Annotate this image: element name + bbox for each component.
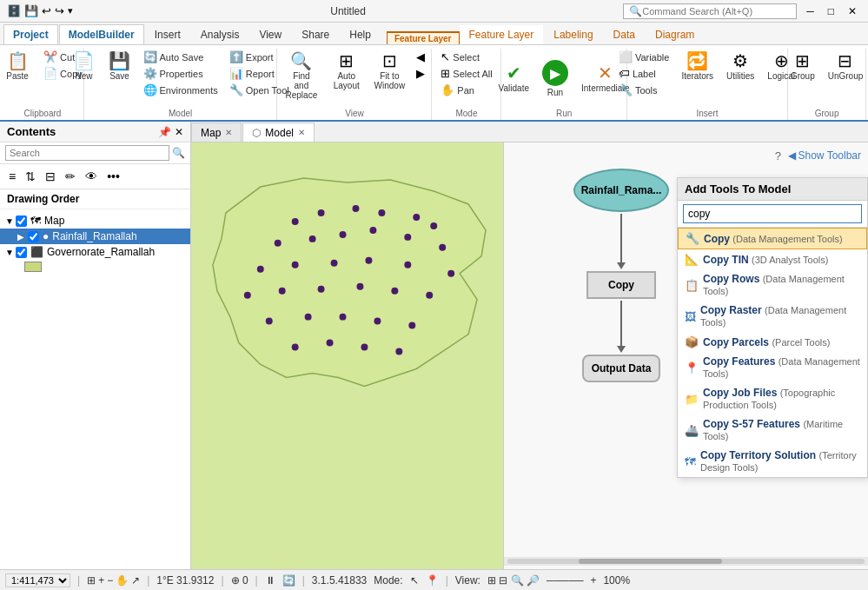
contents-search-input[interactable] <box>5 145 169 161</box>
command-search-box[interactable]: 🔍 <box>623 3 797 19</box>
fit-to-window-button[interactable]: ⊡ Fit to Window <box>369 49 409 94</box>
tab-help[interactable]: Help <box>340 24 381 44</box>
select-all-button[interactable]: ⊞ Select All <box>436 65 496 82</box>
tab-share[interactable]: Share <box>292 24 339 44</box>
minimize-btn[interactable]: ─ <box>802 3 818 19</box>
tool-result-item-2[interactable]: 📋 Copy Rows (Data Management Tools) <box>678 269 867 301</box>
tab-analysis[interactable]: Analysis <box>191 24 249 44</box>
pan-button[interactable]: ✋ Pan <box>436 82 496 98</box>
find-replace-icon: 🔍 <box>290 52 312 70</box>
environments-button[interactable]: 🌐 Environments <box>139 82 222 98</box>
rainfall-checkbox[interactable] <box>28 231 39 242</box>
map-checkbox[interactable] <box>16 215 27 227</box>
tool-result-item-8[interactable]: 🗺 Copy Territory Solution (Territory Des… <box>678 446 867 477</box>
tool-icon-3: 🖼 <box>685 310 696 323</box>
help-button[interactable]: ? <box>775 149 781 162</box>
tab-model-view[interactable]: ⬡ Model ✕ <box>242 123 315 142</box>
output-data-node[interactable]: Output Data <box>582 355 660 382</box>
tool-result-item-1[interactable]: 📐 Copy TIN (3D Analyst Tools) <box>678 249 867 269</box>
auto-save-button[interactable]: 🔄 Auto Save <box>139 49 222 65</box>
tool-result-item-5[interactable]: 📍 Copy Features (Data Management Tools) <box>678 352 867 383</box>
scale-selector[interactable]: 1:411,473 <box>5 573 70 587</box>
add-tools-search-input[interactable] <box>683 204 862 223</box>
scrollbar-track[interactable] <box>507 559 865 564</box>
governorate-checkbox[interactable] <box>16 247 27 258</box>
svg-point-2 <box>318 209 325 216</box>
map-label: Map <box>44 215 64 227</box>
layer-item-rainfall[interactable]: ▶ ● Rainfall_Ramallah <box>0 229 190 244</box>
select-button[interactable]: ↖ Select <box>436 49 496 65</box>
tools-button[interactable]: 🔧 Tools <box>614 82 674 98</box>
nav-tools: ⊞ + − ✋ ↗ <box>87 574 140 587</box>
feature-count: ⊕ 0 <box>231 574 248 587</box>
nav-forward-button[interactable]: ▶ <box>412 65 429 82</box>
tab-view[interactable]: View <box>249 24 291 44</box>
model-tab-close[interactable]: ✕ <box>298 128 305 137</box>
command-search-input[interactable] <box>642 6 777 17</box>
tab-insert[interactable]: Insert <box>145 24 190 44</box>
tab-feature-layer[interactable]: Feature Layer <box>460 25 544 44</box>
tab-modelbuilder[interactable]: ModelBuilder <box>59 24 144 44</box>
scrollbar-thumb[interactable] <box>579 559 721 564</box>
tab-diagram[interactable]: Diagram <box>646 24 704 44</box>
pan-tool-icon[interactable]: ✋ <box>116 574 129 587</box>
label-button[interactable]: 🏷 Label <box>614 65 674 82</box>
contents-pin-btn[interactable]: 📌 <box>158 126 171 138</box>
tab-data[interactable]: Data <box>604 24 645 44</box>
new-button[interactable]: 📄 New <box>68 49 101 84</box>
maximize-btn[interactable]: □ <box>824 3 838 19</box>
scale-select[interactable]: 1:411,473 <box>5 573 70 587</box>
ribbon-group-insert: ⬜ Variable 🏷 Label 🔧 Tools 🔁 Iterators ⚙… <box>627 49 788 120</box>
list-view-btn[interactable]: ≡ <box>5 167 19 186</box>
run-button[interactable]: ▶ Run <box>537 56 573 101</box>
group-button[interactable]: ⊞ Group <box>785 49 820 84</box>
show-toolbar-button[interactable]: ◀ Show Toolbar <box>788 149 862 162</box>
sort-btn[interactable]: ⇅ <box>22 167 39 186</box>
zoom-slider[interactable]: ───── <box>547 574 584 587</box>
nav-icon[interactable]: ⊞ <box>87 574 96 587</box>
ungroup-button[interactable]: ⊟ UnGroup <box>823 49 868 84</box>
tab-project[interactable]: Project <box>3 24 58 44</box>
validate-button[interactable]: ✔ Validate <box>494 61 534 96</box>
model-scrollbar[interactable] <box>504 557 868 566</box>
paste-button[interactable]: 📋 Paste <box>0 49 36 84</box>
tool-result-item-3[interactable]: 🖼 Copy Raster (Data Management Tools) <box>678 301 867 332</box>
more-btn[interactable]: ••• <box>103 167 123 186</box>
nav-back-button[interactable]: ◀ <box>412 49 429 65</box>
utilities-button[interactable]: ⚙ Utilities <box>721 49 759 84</box>
map-tab-close[interactable]: ✕ <box>225 128 232 137</box>
arrow-icon[interactable]: ↗ <box>131 574 140 587</box>
save-button[interactable]: 💾 Save <box>103 49 136 84</box>
variable-button[interactable]: ⬜ Variable <box>614 49 674 65</box>
tool-result-item-7[interactable]: 🚢 Copy S-57 Features (Maritime Tools) <box>678 414 867 446</box>
zoom-out-icon[interactable]: − <box>107 574 113 587</box>
edit-btn[interactable]: ✏ <box>62 167 79 186</box>
contents-close-btn[interactable]: ✕ <box>175 126 183 138</box>
status-bar: 1:411,473 | ⊞ + − ✋ ↗ | 1°E 31.9312 | ⊕ … <box>0 569 868 590</box>
properties-button[interactable]: ⚙️ Properties <box>139 65 222 82</box>
layer-item-governorate[interactable]: ▼ ⬛ Governorate_Ramallah <box>0 244 190 260</box>
refresh-btn[interactable]: 🔄 <box>282 574 295 587</box>
tab-map-view[interactable]: Map ✕ <box>191 123 242 142</box>
visibility-btn[interactable]: 👁 <box>82 167 101 186</box>
iterators-button[interactable]: 🔁 Iterators <box>676 49 719 84</box>
filter-btn[interactable]: ⊟ <box>42 167 59 186</box>
auto-layout-button[interactable]: ⊞ Auto Layout <box>326 49 367 94</box>
workspace: Map ✕ ⬡ Model ✕ <box>191 122 868 569</box>
zoom-level: 100% <box>603 574 630 587</box>
validate-icon: ✔ <box>507 64 521 82</box>
close-btn[interactable]: ✕ <box>844 3 861 19</box>
pause-btn[interactable]: ⏸ <box>265 574 275 587</box>
tool-result-item-6[interactable]: 📁 Copy Job Files (Topographic Production… <box>678 383 867 414</box>
find-replace-button[interactable]: 🔍 Find and Replace <box>280 49 323 103</box>
tab-labeling[interactable]: Labeling <box>544 24 602 44</box>
zoom-plus-btn[interactable]: + <box>590 574 596 587</box>
copy-node[interactable]: Copy <box>586 271 656 299</box>
svg-point-19 <box>244 292 251 299</box>
zoom-in-icon[interactable]: + <box>98 574 104 587</box>
layer-item-map[interactable]: ▼ 🗺 Map <box>0 213 190 229</box>
tool-result-item-4[interactable]: 📦 Copy Parcels (Parcel Tools) <box>678 332 867 352</box>
rainfall-node[interactable]: Rainfall_Rama... <box>573 169 669 212</box>
paste-icon: 📋 <box>7 52 29 70</box>
tool-result-item-0[interactable]: 🔧 Copy (Data Management Tools) <box>678 228 867 249</box>
